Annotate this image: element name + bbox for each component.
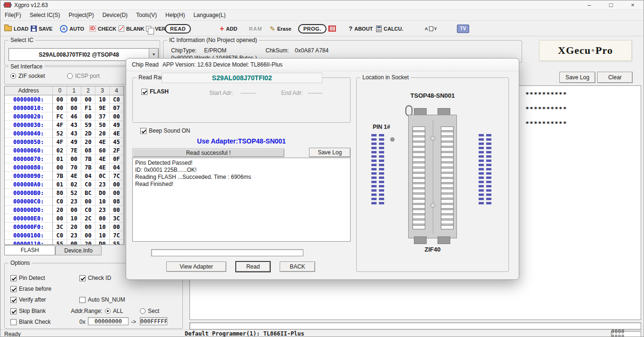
hex-byte[interactable]: 02 [67,180,81,189]
blank-check-checkbox[interactable]: Blank Check [10,319,51,325]
hex-byte[interactable]: D0 [95,240,110,245]
view-adapter-button[interactable]: View Adapter [166,261,226,272]
hex-byte[interactable]: 4E [95,155,110,163]
range-start-input[interactable] [88,317,129,325]
hex-byte[interactable]: 00 [81,223,95,231]
hex-byte[interactable]: D0 [95,189,110,197]
hex-byte[interactable]: 08 [81,146,95,155]
hex-byte[interactable]: C0 [110,95,124,104]
hex-byte[interactable]: 00 [53,104,67,112]
ram-button[interactable]: RAM [249,21,262,36]
checkbox-unchecked-icon[interactable] [79,297,86,303]
dialog-back-button[interactable]: BACK [280,261,315,272]
radio-unselected-icon[interactable] [67,73,73,79]
hex-byte[interactable]: 60 [95,146,110,155]
erase-button[interactable]: ✎ Erase [270,21,292,36]
menu-file[interactable]: File(F) [0,10,26,20]
checkbox-checked-icon[interactable] [140,128,146,134]
beep-checkbox[interactable]: Beep Sound ON [140,127,190,134]
hex-byte[interactable]: 20 [81,240,95,245]
hex-byte[interactable]: 4E [110,129,124,138]
hex-byte[interactable]: 00 [110,180,124,189]
auto-sn-checkbox[interactable]: Auto SN_NUM [79,296,125,303]
hex-address[interactable]: 000000D0: [5,206,53,214]
hex-byte[interactable]: 20 [95,129,110,138]
hex-byte[interactable]: C0 [53,231,67,240]
hex-address[interactable]: 00000020: [5,112,53,121]
hex-byte[interactable]: 4E [67,172,81,180]
hex-byte[interactable]: 00 [81,112,95,121]
hex-byte[interactable]: 50 [95,121,110,129]
dialog-read-button[interactable]: Read [236,261,270,272]
hex-byte[interactable]: 7E [67,146,81,155]
hex-byte[interactable]: 00 [81,95,95,104]
hex-byte[interactable]: 10 [95,197,110,206]
checkbox-checked-icon[interactable] [10,297,17,303]
hex-byte[interactable]: 4F [53,121,67,129]
hex-address[interactable]: 000000B0: [5,189,53,197]
checkbox-checked-icon[interactable] [10,275,17,281]
hex-byte[interactable]: 00 [110,223,124,231]
hex-byte[interactable]: 00 [110,112,124,121]
hex-byte[interactable]: 00 [67,104,81,112]
checkbox-checked-icon[interactable] [79,275,86,281]
hex-byte[interactable]: BC [81,189,95,197]
checkbox-checked-icon[interactable] [10,286,17,292]
hex-address[interactable]: 00000080: [5,163,53,172]
menu-language[interactable]: Language(L) [189,10,230,20]
hex-grid[interactable]: 00000000: 00 00 00 10 C0 00000010: 00 00… [5,95,124,245]
hex-address[interactable]: 00000100: [5,231,53,240]
hex-byte[interactable]: 55 [53,240,67,245]
add-button[interactable]: + ADD [220,21,237,36]
minimize-button[interactable]: – [578,0,600,9]
blank-check-button[interactable]: BLANK [119,21,145,36]
dialog-save-log-button[interactable]: Save Log [309,148,351,157]
hex-address[interactable]: 000000E0: [5,214,53,223]
hex-byte[interactable]: 08 [110,197,124,206]
hex-byte[interactable]: 01 [53,180,67,189]
hex-byte[interactable]: 00 [67,206,81,214]
hex-byte[interactable]: 23 [67,197,81,206]
hex-address[interactable]: 00000060: [5,146,53,155]
clear-log-button[interactable]: Clear [597,72,633,83]
hex-byte[interactable]: 2F [110,146,124,155]
hex-byte[interactable]: 43 [67,121,81,129]
hex-byte[interactable]: 2D [81,129,95,138]
hex-byte[interactable]: 9E [95,104,110,112]
hex-byte[interactable]: FC [53,112,67,121]
hex-byte[interactable]: 20 [67,223,81,231]
zif-socket-radio[interactable]: ZIF socket [10,73,45,79]
icsp-port-radio[interactable]: ICSP port [67,73,100,79]
hex-byte[interactable]: 4E [95,138,110,146]
load-button[interactable]: LOAD [4,21,28,36]
menu-tools[interactable]: Tools(V) [132,10,161,20]
erase-before-checkbox[interactable]: Erase before [10,286,52,292]
hex-byte[interactable]: C0 [53,197,67,206]
tab-flash[interactable]: FLASH [4,245,55,255]
hex-byte[interactable]: 46 [67,112,81,121]
checkbox-checked-icon[interactable] [10,308,17,314]
hex-byte[interactable]: 02 [53,146,67,155]
maximize-button[interactable]: □ [600,0,622,9]
auto-button[interactable]: A AUTO [60,21,84,36]
hex-byte[interactable]: 7B [53,172,67,180]
hex-byte[interactable]: C0 [81,206,95,214]
hex-byte[interactable]: 01 [53,155,67,163]
radio-selected-icon[interactable] [105,308,111,314]
hex-byte[interactable]: 23 [95,206,110,214]
logic-test-button[interactable]: A Y [425,21,437,36]
hex-byte[interactable]: 0F [110,155,124,163]
hex-address[interactable]: 000000F0: [5,223,53,231]
hex-byte[interactable]: 04 [81,172,95,180]
hex-byte[interactable]: 4E [95,163,110,172]
save-button[interactable]: SAVE [31,21,52,36]
hex-address[interactable]: 00000030: [5,121,53,129]
ic-test-button[interactable] [328,21,336,36]
hex-byte[interactable]: 00 [110,189,124,197]
hex-byte[interactable]: 49 [67,138,81,146]
read-button[interactable]: READ [165,21,191,36]
calculator-button[interactable]: CALCU. [376,21,404,36]
hex-byte[interactable]: 00 [95,214,110,223]
hex-byte[interactable]: 7C [110,172,124,180]
hex-byte[interactable]: 00 [81,231,95,240]
